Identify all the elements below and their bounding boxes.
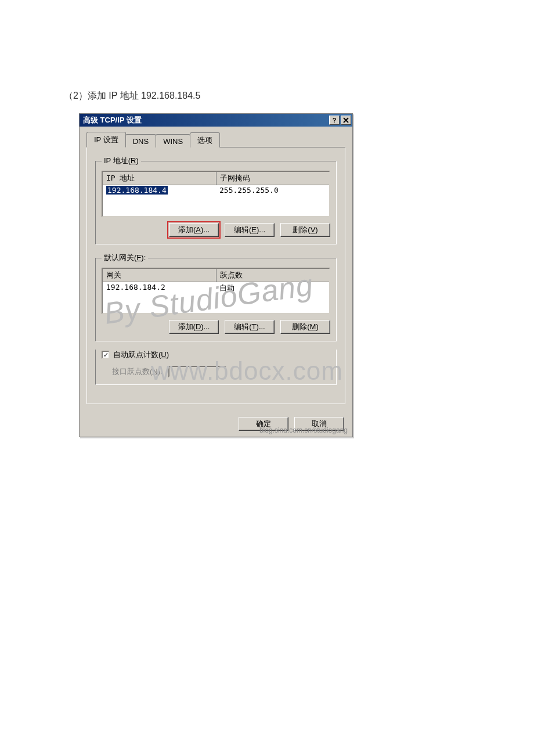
gateway-group: 默认网关(F): 网关 跃点数 192.168.184.2 自动 添加(D)..…	[95, 253, 337, 341]
ip-cell: 192.168.184.4	[106, 186, 168, 195]
blog-watermark: blog.sina.com.cn/studiogang	[259, 426, 348, 434]
gw-delete-button[interactable]: 删除(M)	[280, 320, 330, 334]
ip-delete-button[interactable]: 删除(V)	[280, 223, 330, 237]
ip-address-group: IP 地址(R) IP 地址 子网掩码 192.168.184.4 255.25…	[95, 156, 337, 244]
iface-metric-input	[168, 366, 226, 377]
ip-add-button[interactable]: 添加(A)...	[169, 223, 219, 237]
help-button[interactable]: ?	[329, 116, 340, 125]
gw-edit-button[interactable]: 编辑(T)...	[225, 320, 275, 334]
advanced-tcpip-dialog: 高级 TCP/IP 设置 ? IP 设置 DNS WINS 选项 IP 地址(R…	[79, 113, 353, 437]
dialog-title: 高级 TCP/IP 设置	[83, 115, 329, 125]
tab-wins[interactable]: WINS	[156, 134, 190, 147]
ip-edit-button[interactable]: 编辑(E)...	[225, 223, 275, 237]
ip-address-list[interactable]: IP 地址 子网掩码 192.168.184.4 255.255.255.0	[102, 171, 330, 217]
gw-group-legend: 默认网关(F):	[102, 253, 148, 263]
ip-group-legend: IP 地址(R)	[102, 156, 141, 166]
metric-col-header: 跃点数	[217, 269, 330, 282]
list-item[interactable]: 192.168.184.4 255.255.255.0	[103, 185, 329, 195]
tab-dns[interactable]: DNS	[125, 134, 156, 147]
auto-metric-checkbox[interactable]: ✓	[102, 351, 110, 359]
tab-ip-settings[interactable]: IP 设置	[86, 132, 126, 147]
dialog-titlebar: 高级 TCP/IP 设置 ?	[80, 114, 352, 127]
close-icon	[343, 117, 349, 123]
ip-col-header: IP 地址	[103, 172, 217, 185]
page-caption: （2）添加 IP 地址 192.168.184.5	[64, 90, 200, 102]
gw-col-header: 网关	[103, 269, 217, 282]
gateway-list[interactable]: 网关 跃点数 192.168.184.2 自动	[102, 268, 330, 314]
gw-cell: 192.168.184.2	[103, 282, 216, 294]
iface-metric-label: 接口跃点数(N):	[112, 366, 163, 377]
close-button[interactable]	[341, 116, 351, 125]
gw-add-button[interactable]: 添加(D)...	[169, 320, 219, 334]
mask-col-header: 子网掩码	[217, 172, 330, 185]
tab-strip: IP 设置 DNS WINS 选项	[86, 132, 345, 147]
metric-group: ✓ 自动跃点计数(U) 接口跃点数(N):	[95, 350, 337, 385]
mask-cell: 255.255.255.0	[216, 185, 329, 195]
tab-panel-ip: IP 地址(R) IP 地址 子网掩码 192.168.184.4 255.25…	[86, 147, 345, 404]
list-item[interactable]: 192.168.184.2 自动	[103, 282, 329, 294]
tab-options[interactable]: 选项	[190, 132, 220, 147]
auto-metric-label: 自动跃点计数(U)	[113, 350, 169, 360]
gw-metric-cell: 自动	[216, 282, 329, 294]
